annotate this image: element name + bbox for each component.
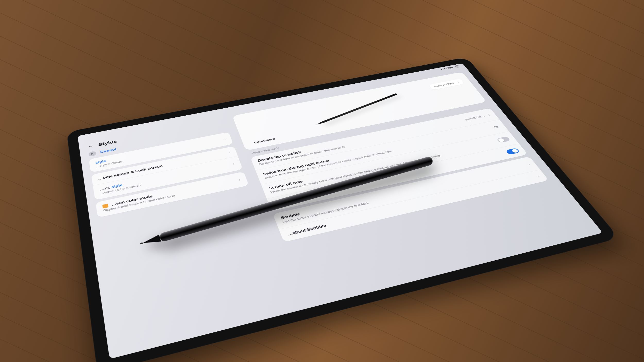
row-value: Switch bet… bbox=[464, 115, 486, 121]
chevron-right-icon: › bbox=[238, 177, 241, 182]
chevron-right-icon: › bbox=[457, 81, 460, 83]
battery-icon bbox=[447, 67, 453, 69]
chevron-right-icon: › bbox=[223, 137, 226, 141]
signal-icon bbox=[443, 68, 447, 70]
chevron-right-icon: › bbox=[527, 162, 531, 166]
page-title: Stylus bbox=[98, 139, 117, 147]
cancel-button[interactable]: Cancel bbox=[100, 148, 117, 154]
chevron-right-icon: › bbox=[487, 113, 491, 117]
back-icon[interactable]: ← bbox=[87, 144, 94, 149]
stylus-battery-pill[interactable]: Battery: 100% › bbox=[429, 79, 464, 90]
status-dot-icon bbox=[440, 69, 442, 70]
stylus-battery-label: Battery: 100% bbox=[434, 82, 454, 88]
app-badge-icon bbox=[102, 204, 108, 209]
chevron-right-icon: › bbox=[228, 150, 231, 154]
tablet-screen: ← Stylus ✕ Cancel style …style > Colors … bbox=[78, 63, 603, 359]
gear-icon[interactable] bbox=[455, 65, 460, 68]
stylus-icon bbox=[321, 93, 398, 123]
stylus-connection-status: Connected bbox=[253, 137, 276, 144]
chevron-right-icon: › bbox=[536, 174, 541, 178]
chevron-right-icon: › bbox=[232, 162, 235, 166]
close-icon[interactable]: ✕ bbox=[88, 151, 97, 157]
tablet-bezel: ← Stylus ✕ Cancel style …style > Colors … bbox=[66, 57, 619, 362]
